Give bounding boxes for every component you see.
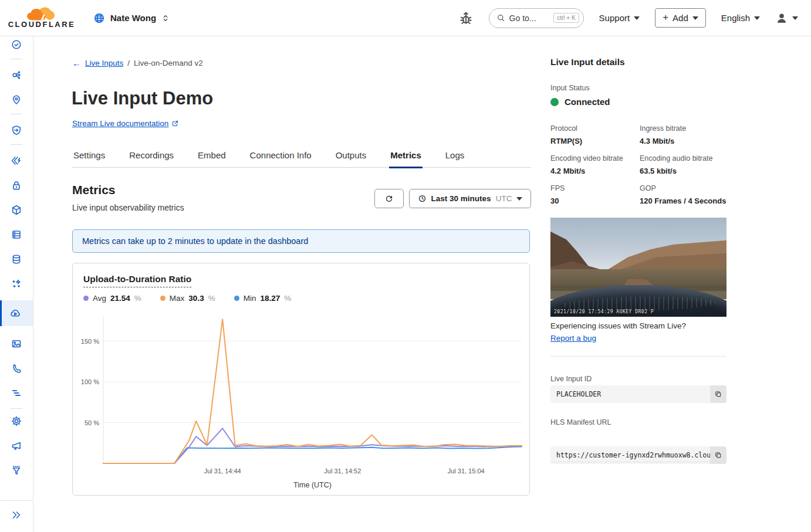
search-icon: [496, 13, 505, 22]
server-stack-icon[interactable]: [11, 229, 22, 240]
issues-text: Experiencing issues with Stream Live?: [550, 321, 726, 330]
copy-icon: [714, 451, 722, 459]
phone-icon[interactable]: [11, 362, 22, 374]
live-input-id-field[interactable]: PLACEHOLDER: [550, 385, 726, 403]
account-name: Nate Wong: [110, 13, 156, 23]
tab-recordings[interactable]: Recordings: [128, 144, 175, 168]
support-menu[interactable]: Support: [599, 13, 640, 23]
caret-down-icon: [634, 16, 640, 20]
svg-text:Jul 31, 15:04: Jul 31, 15:04: [448, 467, 485, 475]
caret-down-icon: [754, 16, 760, 20]
sidebar-divider: [11, 59, 22, 59]
breadcrumb-separator: /: [127, 59, 130, 67]
plus-icon: +: [663, 12, 668, 23]
metrics-subheading: Live input observability metrics: [72, 203, 184, 212]
hls-manifest-url-label: HLS Manifest URL: [550, 418, 726, 426]
tab-logs[interactable]: Logs: [444, 144, 466, 168]
add-button[interactable]: + Add: [655, 8, 706, 28]
traffic-icon[interactable]: [11, 69, 22, 81]
megaphone-icon[interactable]: [11, 440, 22, 452]
tab-outputs[interactable]: Outputs: [334, 144, 368, 168]
legend-item: Avg 21.54 %: [83, 294, 141, 303]
svg-text:50 %: 50 %: [85, 419, 99, 426]
search-placeholder: Go to...: [509, 13, 550, 23]
page-title: Live Input Demo: [72, 88, 213, 109]
status-value: Connected: [565, 97, 610, 107]
external-link-icon: [171, 120, 179, 127]
caret-down-icon: [516, 197, 522, 201]
global-search-input[interactable]: Go to... ctrl + K: [489, 8, 584, 28]
time-range-zone: UTC: [496, 194, 512, 203]
chart-legend: Avg 21.54 % Max 30.3 % Min 18.27 %: [83, 294, 291, 303]
documentation-link[interactable]: Stream Live documentation: [72, 119, 179, 128]
lock-icon[interactable]: [11, 179, 22, 191]
ai-sparkles-icon[interactable]: [11, 278, 22, 290]
shield-arrow-icon[interactable]: [11, 124, 22, 136]
tab-embed[interactable]: Embed: [197, 144, 227, 168]
svg-text:100 %: 100 %: [81, 378, 99, 385]
legend-dot-max: [160, 296, 165, 301]
legend-dot-avg: [83, 296, 89, 301]
left-sidebar: [0, 36, 33, 532]
refresh-icon: [384, 194, 394, 204]
tab-bar: Settings Recordings Embed Connection Inf…: [72, 144, 531, 168]
language-menu[interactable]: English: [721, 13, 760, 23]
live-video-preview[interactable]: 2021/10/20 17:54:29 AUKEY DR02 P: [550, 218, 726, 317]
details-heading: Live Input details: [550, 57, 726, 67]
header-actions: Go to... ctrl + K Support + Add English: [458, 8, 798, 28]
report-bug-link[interactable]: Report a bug: [550, 334, 726, 343]
bug-report-icon[interactable]: [458, 11, 474, 26]
brand-wordmark: CLOUDFLARE: [8, 20, 76, 29]
status-dot-icon: [550, 98, 559, 106]
database-icon[interactable]: [11, 253, 22, 265]
refresh-button[interactable]: [374, 189, 404, 208]
svg-text:Jul 31, 14:44: Jul 31, 14:44: [204, 467, 241, 475]
images-icon[interactable]: [11, 338, 22, 350]
gantt-bars-icon[interactable]: [11, 387, 22, 399]
divider: [550, 356, 726, 357]
metrics-heading: Metrics: [72, 183, 116, 197]
cube-icon[interactable]: [11, 204, 22, 216]
tab-connection-info[interactable]: Connection Info: [249, 144, 313, 168]
live-input-id-label: Live Input ID: [550, 375, 726, 383]
sidebar-divider: [11, 144, 22, 145]
svg-text:Jul 31, 14:52: Jul 31, 14:52: [324, 467, 361, 475]
top-header: CLOUDFLARE Nate Wong Go to...: [0, 0, 811, 36]
divider: [550, 462, 726, 462]
chart-card: Upload-to-Duration Ratio Avg 21.54 % Max…: [72, 263, 530, 496]
user-menu[interactable]: [775, 12, 798, 25]
breadcrumb-live-inputs-link[interactable]: Live Inputs: [85, 59, 123, 67]
detail-field: Ingress bitrate4.3 Mbit/s: [640, 124, 726, 145]
tab-settings[interactable]: Settings: [72, 144, 106, 168]
account-picker[interactable]: Nate Wong: [93, 12, 170, 25]
chart-title: Upload-to-Duration Ratio: [83, 274, 191, 287]
svg-text:Time (UTC): Time (UTC): [293, 481, 332, 489]
clock-icon: [418, 194, 427, 203]
detail-field: ProtocolRTMP(S): [550, 124, 640, 145]
stream-cloud-play-icon[interactable]: [9, 307, 21, 319]
speed-bolt-icon[interactable]: [11, 155, 22, 167]
metrics-info-banner: Metrics can take up to 2 minutes to upda…: [72, 229, 530, 253]
tab-metrics[interactable]: Metrics: [389, 144, 423, 168]
breadcrumb: ← Live Inputs / Live-on-Demand v2: [72, 58, 203, 68]
expand-sidebar-icon[interactable]: [11, 509, 22, 521]
location-pin-icon[interactable]: [11, 94, 22, 106]
time-range-dropdown[interactable]: Last 30 minutes UTC: [409, 189, 531, 208]
funnel-icon[interactable]: [11, 465, 22, 476]
time-range-label: Last 30 minutes: [431, 194, 491, 203]
breadcrumb-current: Live-on-Demand v2: [134, 59, 203, 67]
sidebar-divider: [11, 408, 22, 409]
sidebar-divider: [11, 114, 22, 114]
user-icon: [775, 12, 788, 25]
detail-field: Encoding video bitrate4.2 Mbit/s: [550, 154, 640, 175]
account-switcher-icon: [161, 13, 170, 23]
cloudflare-logo[interactable]: CLOUDFLARE: [9, 7, 74, 29]
clock-check-icon[interactable]: [11, 39, 22, 50]
input-status-label: Input Status: [550, 84, 726, 92]
search-shortcut-badge: ctrl + K: [553, 13, 579, 23]
copy-input-id-button[interactable]: [710, 385, 726, 403]
video-timestamp: 2021/10/20 17:54:29 AUKEY DR02 P: [554, 309, 654, 314]
detail-field: GOP120 Frames / 4 Seconds: [640, 184, 726, 205]
legend-item: Min 18.27 %: [234, 294, 292, 303]
gear-icon[interactable]: [11, 415, 22, 427]
